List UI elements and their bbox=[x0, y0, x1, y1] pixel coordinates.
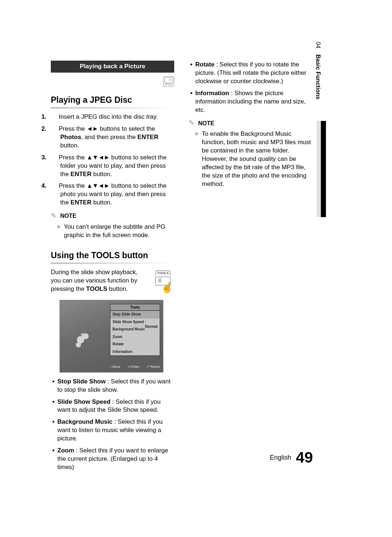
tools-menu-item: Slide Show Speed :Normal bbox=[110, 318, 160, 326]
osd-hint-bar: ↕ Move ⏎ Enter ↶ Return bbox=[110, 365, 160, 369]
jpeg-icon-label: JPEG bbox=[164, 83, 173, 86]
note-list-1: You can't enlarge the subtitle and PG gr… bbox=[51, 223, 174, 240]
note-label: NOTE bbox=[60, 212, 76, 220]
tools-button-graphic: TOOLS ☝ bbox=[152, 268, 174, 293]
bullet-item: Rotate : Select this if you to rotate th… bbox=[189, 61, 312, 86]
tools-menu-screenshot: Tools Stop Slide Show Slide Show Speed :… bbox=[60, 300, 163, 373]
arrow-lr-icon: ◄► bbox=[87, 125, 98, 132]
tools-menu-overlay: Tools Stop Slide Show Slide Show Speed :… bbox=[110, 304, 160, 356]
tools-menu-item: Rotate bbox=[110, 341, 160, 348]
tools-intro-text: During the slide show playback, you can … bbox=[51, 268, 148, 293]
content-area: Playing back a Picture JPEG Playing a JP… bbox=[51, 61, 312, 475]
tools-bullets-right: Rotate : Select this if you to rotate th… bbox=[189, 61, 312, 114]
step-2: 2.Press the ◄► buttons to select the Pho… bbox=[51, 125, 174, 150]
note-list-2: To enable the Background Music function,… bbox=[189, 130, 312, 188]
tools-button-label: TOOLS bbox=[156, 270, 171, 275]
osd-move: ↕ Move bbox=[110, 365, 121, 369]
bullet-item: Stop Slide Show : Select this if you wan… bbox=[51, 378, 174, 394]
note-item: To enable the Background Music function,… bbox=[195, 130, 312, 188]
bullet-item: Information : Shows the picture informat… bbox=[189, 89, 312, 114]
heading-rule bbox=[51, 107, 174, 109]
tools-menu-item: Information bbox=[110, 348, 160, 356]
note-label: NOTE bbox=[198, 119, 214, 127]
note-icon: ✎ bbox=[189, 119, 196, 127]
chapter-number: 04 bbox=[315, 42, 321, 48]
note-header: ✎ NOTE bbox=[189, 119, 312, 127]
heading-jpeg: Playing a JPEG Disc bbox=[51, 94, 174, 106]
bullet-item: Slide Show Speed : Select this if you wa… bbox=[51, 398, 174, 415]
page: 04 Basic Functions Playing back a Pictur… bbox=[0, 0, 392, 537]
section-banner: Playing back a Picture bbox=[51, 61, 174, 73]
tools-bullets-left: Stop Slide Show : Select this if you wan… bbox=[51, 378, 174, 472]
osd-enter: ⏎ Enter bbox=[128, 365, 139, 369]
bullet-item: Zoom : Select this if you want to enlarg… bbox=[51, 447, 174, 472]
arrow-udlr-icon: ▲▼◄► bbox=[87, 154, 110, 161]
chapter-name: Basic Functions bbox=[315, 54, 321, 99]
heading-rule bbox=[51, 263, 174, 264]
thumb-tab-black bbox=[321, 121, 326, 217]
thumb-tab-grey bbox=[317, 121, 321, 217]
chapter-side-tab: 04 Basic Functions bbox=[315, 42, 321, 99]
step-4: 4.Press the ▲▼◄► buttons to select the p… bbox=[51, 182, 174, 207]
tools-intro: During the slide show playback, you can … bbox=[51, 268, 174, 293]
note-icon: ✎ bbox=[51, 212, 58, 220]
tools-menu-header: Tools bbox=[110, 304, 160, 311]
steps-list: 1.Insert a JPEG disc into the disc tray.… bbox=[51, 113, 174, 207]
tools-menu-item: Stop Slide Show bbox=[110, 311, 160, 318]
note-item: You can't enlarge the subtitle and PG gr… bbox=[57, 223, 174, 240]
right-column: Rotate : Select this if you to rotate th… bbox=[189, 61, 312, 475]
picture-icon bbox=[164, 77, 173, 83]
note-header: ✎ NOTE bbox=[51, 212, 174, 220]
bullet-item: Background Music : Select this if you wa… bbox=[51, 418, 174, 443]
tools-menu-item: Zoom bbox=[110, 333, 160, 341]
page-footer: English 49 bbox=[270, 449, 313, 466]
step-1: 1.Insert a JPEG disc into the disc tray. bbox=[51, 113, 174, 121]
left-column: Playing back a Picture JPEG Playing a JP… bbox=[51, 61, 174, 475]
jpeg-icon: JPEG bbox=[163, 76, 174, 87]
heading-tools: Using the TOOLS button bbox=[51, 250, 174, 261]
jpeg-badge: JPEG bbox=[51, 76, 174, 88]
osd-return: ↶ Return bbox=[147, 365, 160, 369]
footer-language: English bbox=[270, 454, 291, 461]
tools-button-icon bbox=[155, 277, 171, 285]
page-number: 49 bbox=[296, 449, 313, 466]
arrow-udlr-icon: ▲▼◄► bbox=[87, 182, 110, 189]
step-3: 3.Press the ▲▼◄► buttons to select the f… bbox=[51, 154, 174, 179]
